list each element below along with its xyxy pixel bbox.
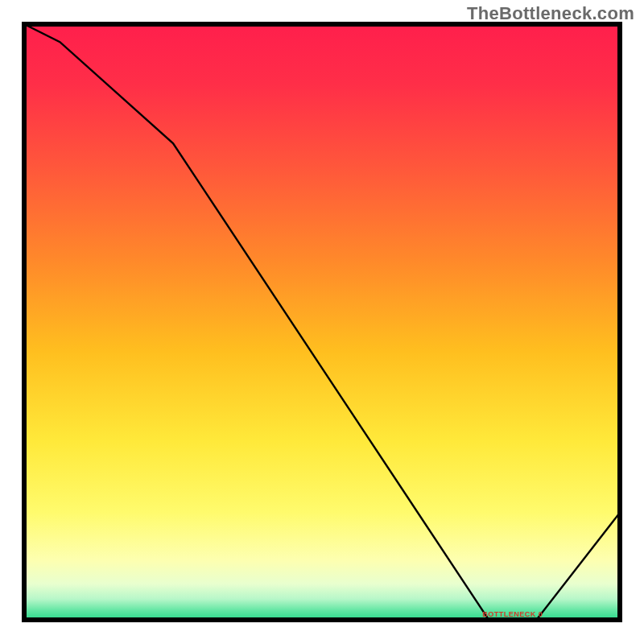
bottleneck-marker-label: BOTTLENECK 0 (482, 610, 543, 618)
gradient-background (24, 24, 620, 620)
chart-root: TheBottleneck.com BOTTLENECK 0 (0, 0, 644, 644)
watermark-label: TheBottleneck.com (467, 3, 634, 24)
chart-svg: BOTTLENECK 0 (0, 0, 644, 644)
